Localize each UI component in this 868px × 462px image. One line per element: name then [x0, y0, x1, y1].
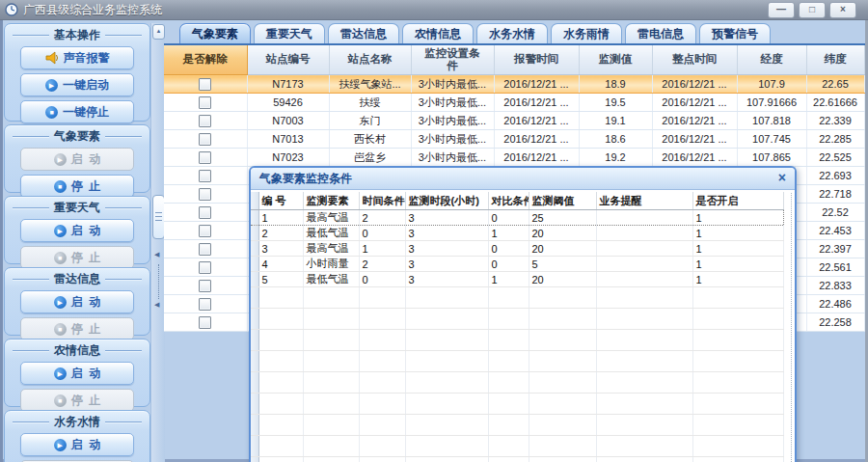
condition-column-header[interactable]: 是否开启	[692, 192, 783, 210]
table-row[interactable]: N7013西长村3小时内最低...2016/12/21 ...18.62016/…	[164, 130, 864, 149]
dismiss-checkbox[interactable]	[199, 115, 211, 127]
sidebar-group: 基本操作声音报警▶一键启动■一键停止	[4, 23, 150, 122]
radar-start-button[interactable]: ▶启 动	[20, 290, 134, 313]
column-header[interactable]: 是否解除	[164, 45, 247, 75]
condition-column-header[interactable]: 编 号	[258, 192, 303, 210]
group-title-line	[13, 207, 49, 208]
tab-雷达信息[interactable]: 雷达信息	[328, 23, 399, 43]
table-row[interactable]: 59426扶绥3小时内最低...2016/12/21 ...19.52016/1…	[164, 94, 864, 112]
condition-column-header[interactable]: 对比条件	[488, 192, 529, 210]
dismiss-checkbox[interactable]	[199, 151, 211, 164]
empty-cell	[692, 330, 783, 351]
empty-cell	[303, 309, 359, 330]
column-header[interactable]: 监测值	[579, 45, 652, 75]
agriculture-start-button[interactable]: ▶启 动	[20, 362, 134, 385]
play-icon: ▶	[54, 439, 67, 451]
condition-cell: 25	[529, 210, 596, 226]
cell-alarm_time: 2016/12/21 ...	[494, 94, 579, 112]
close-button[interactable]: ×	[829, 2, 856, 18]
dismiss-checkbox[interactable]	[199, 261, 211, 274]
condition-cell: 1	[692, 241, 783, 257]
dismiss-checkbox[interactable]	[199, 298, 211, 311]
sidebar-splitter[interactable]: ▲ ◀ ◀	[150, 23, 165, 462]
column-header[interactable]: 报警时间	[494, 45, 579, 75]
dismiss-checkbox[interactable]	[199, 170, 211, 182]
empty-cell	[258, 436, 303, 457]
column-header[interactable]: 整点时间	[652, 45, 737, 75]
sidebar-group: 农情信息▶启 动■停 止	[4, 339, 150, 407]
dismiss-checkbox[interactable]	[199, 188, 211, 201]
radar-stop-button[interactable]: ■停 止	[20, 317, 134, 340]
table-row[interactable]: N7003东门3小时内最低...2016/12/21 ...19.12016/1…	[164, 112, 864, 130]
weather-element-stop-button[interactable]: ■停 止	[20, 175, 134, 198]
empty-cell	[596, 436, 692, 457]
tab-水务水情[interactable]: 水务水情	[476, 23, 548, 43]
dialog-close-icon[interactable]: ×	[778, 170, 786, 185]
dismiss-checkbox[interactable]	[199, 225, 211, 237]
dismiss-checkbox[interactable]	[199, 280, 211, 292]
column-header[interactable]: 站点名称	[329, 45, 411, 75]
column-header[interactable]: 站点编号	[247, 45, 329, 75]
condition-column-header[interactable]: 监测阈值	[529, 192, 596, 210]
dismiss-checkbox[interactable]	[199, 206, 211, 219]
start-all-button[interactable]: ▶一键启动	[20, 73, 134, 96]
column-header[interactable]: 经度	[737, 45, 806, 75]
condition-column-header[interactable]: 时间条件	[359, 192, 405, 210]
important-weather-stop-button[interactable]: ■停 止	[20, 246, 134, 269]
splitter-grip[interactable]	[158, 264, 159, 299]
condition-row[interactable]: 5最低气温031201	[251, 272, 783, 287]
tab-重要天气[interactable]: 重要天气	[254, 23, 325, 43]
condition-row[interactable]: 3最高气温130201	[251, 241, 783, 257]
tab-气象要素[interactable]: 气象要素	[179, 23, 251, 43]
empty-cell	[596, 457, 692, 462]
table-row[interactable]: N7173扶绥气象站...3小时内最低...2016/12/21 ...18.9…	[164, 75, 864, 94]
water-start-button[interactable]: ▶启 动	[20, 433, 134, 456]
dismiss-checkbox[interactable]	[199, 133, 211, 146]
play-icon: ▶	[54, 296, 67, 309]
tab-预警信号[interactable]: 预警信号	[699, 23, 771, 43]
stop-icon: ■	[54, 252, 67, 264]
column-header[interactable]: 监控设置条件	[411, 45, 494, 75]
tab-雷电信息[interactable]: 雷电信息	[625, 23, 696, 43]
tab-农情信息[interactable]: 农情信息	[402, 23, 474, 43]
column-header[interactable]: 纬度	[806, 45, 864, 75]
table-row[interactable]: N7023岜盆乡3小时内最低...2016/12/21 ...19.22016/…	[164, 149, 864, 167]
agriculture-stop-button[interactable]: ■停 止	[20, 389, 134, 412]
dismiss-checkbox[interactable]	[199, 243, 211, 256]
maximize-button[interactable]: □	[799, 2, 826, 18]
row-gutter	[251, 436, 258, 457]
important-weather-start-button[interactable]: ▶启 动	[20, 219, 134, 242]
condition-cell: 3	[405, 210, 488, 226]
row-gutter	[251, 351, 258, 372]
condition-column-header[interactable]: 监测时段(小时)	[405, 192, 488, 210]
condition-column-header[interactable]: 业务提醒	[596, 192, 692, 210]
dismiss-checkbox[interactable]	[199, 316, 211, 329]
empty-row	[251, 309, 783, 330]
weather-element-start-button[interactable]: ▶启 动	[20, 148, 134, 171]
group-title: 基本操作	[49, 27, 105, 43]
condition-row[interactable]: 4小时雨量23051	[251, 257, 783, 272]
sound-alarm-button[interactable]: 声音报警	[20, 46, 134, 69]
row-gutter	[251, 241, 258, 257]
dismiss-checkbox[interactable]	[199, 96, 211, 109]
collapse-left-icon[interactable]: ◀	[154, 251, 159, 258]
minimize-button[interactable]: —	[768, 2, 795, 18]
empty-cell	[529, 457, 596, 462]
empty-cell	[529, 436, 596, 457]
stop-all-button[interactable]: ■一键停止	[20, 100, 134, 123]
empty-cell	[488, 309, 529, 330]
empty-cell	[488, 457, 529, 462]
sidebar: 基本操作声音报警▶一键启动■一键停止气象要素▶启 动■停 止重要天气▶启 动■停…	[4, 23, 150, 462]
condition-row[interactable]: 2最低气温031201	[251, 226, 783, 241]
cell-latitude: 22.525	[806, 149, 864, 167]
empty-cell	[303, 372, 359, 394]
condition-cell: 20	[529, 272, 596, 287]
cell-station_name: 西长村	[329, 130, 411, 149]
collapse-left-icon[interactable]: ◀	[154, 301, 159, 309]
condition-row[interactable]: 1最高气温230251	[251, 210, 783, 226]
dismiss-checkbox[interactable]	[199, 78, 211, 91]
condition-column-header[interactable]: 监测要素	[303, 192, 359, 210]
cell-value: 18.6	[579, 130, 652, 149]
condition-cell: 最高气温	[303, 241, 359, 257]
tab-水务雨情[interactable]: 水务雨情	[551, 23, 622, 43]
